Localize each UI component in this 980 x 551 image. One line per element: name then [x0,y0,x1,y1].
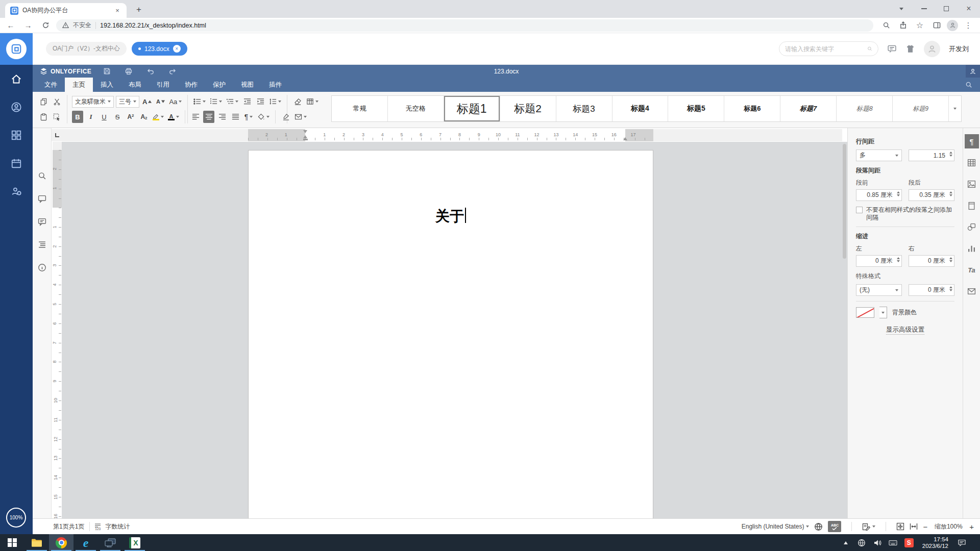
sidebar-item-home[interactable] [0,65,33,93]
forward-icon[interactable]: → [21,19,35,32]
reload-icon[interactable] [39,19,52,32]
ribbon-search-icon[interactable] [962,78,976,92]
style-no-spacing[interactable]: 无空格 [388,96,444,121]
tab-file[interactable]: 文件 [37,78,65,92]
sidebar-item-apps[interactable] [0,121,33,149]
tab-close-icon[interactable]: × [113,7,121,15]
advanced-settings-link[interactable]: 显示高级设置 [856,325,954,334]
input-keyboard-icon[interactable] [889,538,898,547]
textart-settings-icon[interactable]: Ta [965,263,979,277]
line-spacing-button[interactable] [268,95,282,108]
vertical-ruler[interactable]: 2112345678910111213141516 [53,142,62,518]
page-indicator[interactable]: 第1页共1页 [53,522,84,531]
highlight-color-button[interactable] [152,111,165,123]
align-right-button[interactable] [216,111,228,123]
horizontal-ruler[interactable]: 211234567891011121314151617 [63,129,842,141]
sogou-input-icon[interactable]: S [904,538,914,547]
left-margin-marker[interactable] [303,139,308,140]
address-field[interactable]: 不安全 192.168.202.21/x_desktop/index.html [56,19,873,32]
clear-style-button[interactable] [292,95,303,108]
taskbar-file-explorer[interactable] [24,534,49,551]
about-icon[interactable] [35,261,48,274]
decrease-indent-button[interactable] [241,95,253,108]
new-tab-button[interactable]: + [133,4,145,16]
style-heading2[interactable]: 标题2 [500,96,556,121]
style-heading1[interactable]: 标题1 [444,96,500,121]
browser-profile-avatar[interactable] [947,20,958,31]
word-count-button[interactable]: 123 字数统计 [95,522,130,531]
comments-icon[interactable] [35,192,48,205]
header-footer-settings-icon[interactable] [965,198,979,213]
start-button[interactable] [0,534,24,551]
tab-protection[interactable]: 保护 [205,78,233,92]
collaborators-icon[interactable] [966,65,980,78]
tab-stop-selector[interactable] [52,129,63,141]
align-left-button[interactable] [190,111,201,123]
window-close-button[interactable]: × [958,0,980,17]
sidebar-item-calendar[interactable] [0,149,33,177]
network-icon[interactable] [857,538,866,547]
feedback-icon[interactable] [35,215,48,228]
oa-tab-close-icon[interactable]: × [173,45,181,53]
spellcheck-toggle[interactable]: ABC [828,521,841,532]
special-format-amount[interactable]: 0 厘米 [909,284,954,296]
bookmark-star-icon[interactable]: ☆ [913,19,926,32]
url-text[interactable]: 192.168.202.21/x_desktop/index.html [100,22,206,29]
taskbar-internet-explorer[interactable]: e [74,534,98,551]
track-changes-button[interactable] [862,523,875,531]
italic-button[interactable]: I [85,111,96,123]
tab-view[interactable]: 视图 [233,78,261,92]
font-size-combo[interactable]: 三号 [116,96,139,108]
oa-zoom-badge[interactable]: 100% [6,508,26,528]
cut-button[interactable] [51,95,62,108]
document-canvas[interactable]: 关于 [62,142,847,518]
zoom-icon[interactable] [879,19,893,32]
user-name[interactable]: 开发刘 [949,44,969,54]
copy-style-button[interactable] [280,111,291,123]
numbered-list-button[interactable] [209,95,223,108]
line-spacing-amount[interactable]: 1.15 [909,149,954,161]
navigation-icon[interactable] [35,238,48,251]
volume-icon[interactable] [873,538,882,547]
mail-merge-button[interactable] [293,111,308,123]
subscript-button[interactable]: A2 [138,111,150,123]
no-space-between-same-style-row[interactable]: 不要在相同样式的段落之间添加间隔 [856,206,954,221]
spacing-after-input[interactable]: 0.35 厘米 [909,189,954,201]
style-heading8[interactable]: 标题8 [837,96,893,121]
oa-tab-portal[interactable]: OA门户（V2）-文档中心 [46,42,127,56]
share-icon[interactable] [896,19,910,32]
style-normal[interactable]: 常规 [332,96,388,121]
oa-search-input[interactable] [785,45,864,53]
style-heading9[interactable]: 标题9 [893,96,949,121]
sidebar-item-admin[interactable] [0,177,33,205]
save-button[interactable] [100,65,113,78]
line-spacing-select[interactable]: 多 [856,149,902,161]
style-heading7[interactable]: 标题7 [780,96,837,121]
chart-settings-icon[interactable] [965,241,979,256]
tab-insert[interactable]: 插入 [93,78,121,92]
window-maximize-button[interactable] [935,0,958,17]
zoom-in-button[interactable]: + [969,522,974,531]
tab-search-icon[interactable] [890,0,913,17]
message-icon[interactable] [887,44,897,54]
tab-home[interactable]: 主页 [65,78,93,92]
font-color-button[interactable]: A [167,111,180,123]
oa-search-box[interactable] [779,41,878,56]
window-minimize-button[interactable] [913,0,935,17]
justify-button[interactable] [230,111,241,123]
fit-page-button[interactable] [896,522,904,531]
select-all-button[interactable] [51,111,62,123]
taskbar-remote-desktop[interactable] [98,534,122,551]
show-paragraph-marks-button[interactable]: ¶ [243,111,254,123]
user-avatar[interactable] [924,41,940,57]
tab-references[interactable]: 引用 [149,78,177,92]
style-gallery-expand-icon[interactable] [949,96,961,121]
align-center-button[interactable] [203,111,214,123]
spacing-before-input[interactable]: 0.85 厘米 [856,189,902,201]
security-label[interactable]: 不安全 [73,21,91,30]
background-color-swatch[interactable] [856,307,874,318]
tab-collaboration[interactable]: 协作 [177,78,205,92]
side-panel-icon[interactable] [930,19,943,32]
image-settings-icon[interactable] [965,177,979,191]
tab-layout[interactable]: 布局 [121,78,149,92]
